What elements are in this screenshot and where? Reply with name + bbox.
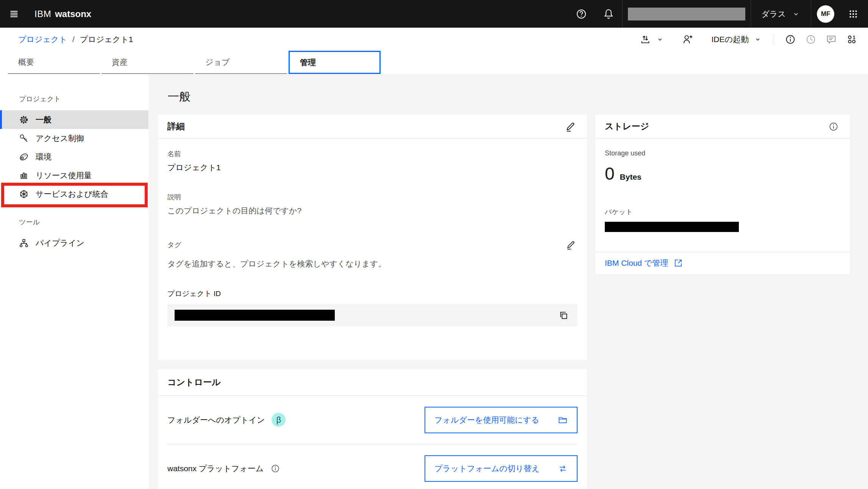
edit-details-button[interactable] <box>563 119 578 134</box>
project-toolbar: IDEの起動 <box>635 30 862 49</box>
edit-tags-button[interactable] <box>564 238 578 252</box>
avatar[interactable]: MF <box>817 5 834 23</box>
hamburger-icon <box>8 8 20 20</box>
info-icon <box>785 34 796 45</box>
key-icon <box>19 133 29 143</box>
add-collaborator-button[interactable] <box>678 30 698 49</box>
app-window: IBM watsonx ダラス <box>0 0 868 489</box>
info-icon <box>270 464 280 473</box>
help-button[interactable] <box>568 0 595 28</box>
asset-count-button[interactable]: 1 <box>841 30 862 49</box>
tab-label: 概要 <box>18 57 34 67</box>
switch-platform-button[interactable]: プラットフォームの切り替え <box>425 455 578 482</box>
storage-used-unit: Bytes <box>620 172 642 182</box>
brand-ibm: IBM <box>34 9 51 19</box>
notifications-button[interactable] <box>595 0 622 28</box>
avatar-initials: MF <box>821 10 831 18</box>
external-link-icon <box>673 258 683 268</box>
manage-link-label: IBM Cloud で管理 <box>605 258 668 268</box>
user-add-icon <box>682 34 693 45</box>
folders-opt-in-row: フォルダーへのオプトイン β フォルダーを使用可能にする <box>158 396 587 444</box>
tab-label: 資産 <box>112 57 128 67</box>
storage-info-button[interactable] <box>827 120 840 133</box>
description-label: 説明 <box>167 193 578 202</box>
enable-folders-button[interactable]: フォルダーを使用可能にする <box>425 407 578 433</box>
brand-logo: IBM watsonx <box>34 9 91 19</box>
sidebar-item-resource-usage[interactable]: リソース使用量 <box>0 166 148 185</box>
pencil-edit-icon <box>565 121 576 132</box>
sidebar-item-general[interactable]: 一般 <box>0 110 148 129</box>
environment-icon <box>19 152 29 162</box>
sidebar-item-label: サービスおよび統合 <box>36 189 108 199</box>
folder-icon <box>558 415 568 425</box>
info-icon <box>828 121 839 132</box>
services-wheel-icon <box>19 189 29 199</box>
breadcrumb-separator: / <box>72 35 75 44</box>
recent-activity-button[interactable] <box>801 30 821 49</box>
chevron-down-icon <box>656 36 664 43</box>
account-name-redacted <box>628 8 745 20</box>
tab-manage[interactable]: 管理 <box>289 51 381 74</box>
breadcrumb-projects-link[interactable]: プロジェクト <box>18 34 67 45</box>
info-panel-button[interactable] <box>780 30 801 49</box>
launch-ide-label: IDEの起動 <box>712 34 749 45</box>
upload-download-icon <box>640 34 651 45</box>
comments-button[interactable] <box>821 30 841 49</box>
toolbar-divider <box>773 33 773 46</box>
name-value: プロジェクト1 <box>167 162 578 173</box>
name-label: 名前 <box>167 149 578 158</box>
sidebar-section-tools: ツール <box>0 218 148 226</box>
platform-switch-row: watsonx プラットフォーム プラットフォームの切り替え <box>158 444 587 489</box>
manage-content: 一般 詳細 名前 プロジェクト1 <box>148 74 868 489</box>
circles-count-icon: 1 <box>846 34 857 45</box>
region-label: ダラス <box>762 9 786 19</box>
details-card-title: 詳細 <box>167 121 185 132</box>
storage-used-value: 0 <box>605 163 615 184</box>
project-id-redacted <box>175 310 335 321</box>
tags-label: タグ <box>167 240 181 249</box>
manage-in-ibm-cloud-link[interactable]: IBM Cloud で管理 <box>605 258 683 268</box>
switch-platform-label: プラットフォームの切り替え <box>434 463 540 474</box>
app-switcher-grid-icon <box>848 8 859 20</box>
help-icon <box>575 8 587 20</box>
region-selector[interactable]: ダラス <box>751 0 811 28</box>
beta-badge: β <box>272 413 286 427</box>
app-switcher-button[interactable] <box>840 0 866 28</box>
sidebar-section-project: プロジェクト <box>0 95 148 103</box>
tab-assets[interactable]: 資産 <box>101 51 194 74</box>
swap-arrows-icon <box>558 464 568 473</box>
bucket-name-redacted <box>605 222 739 232</box>
sidebar-item-services-integrations[interactable]: サービスおよび統合 <box>0 185 148 203</box>
breadcrumb-current: プロジェクト1 <box>80 34 133 45</box>
sidebar-item-label: リソース使用量 <box>36 170 92 181</box>
bar-chart-icon <box>19 171 29 180</box>
sidebar-item-label: アクセス制御 <box>36 133 84 144</box>
pipeline-icon <box>19 238 29 248</box>
copy-project-id-button[interactable] <box>556 308 571 323</box>
sidebar-item-label: パイプライン <box>36 238 84 248</box>
import-export-button[interactable] <box>635 30 668 49</box>
storage-used-label: Storage used <box>605 149 840 157</box>
tab-overview[interactable]: 概要 <box>8 51 100 74</box>
chevron-down-icon <box>792 10 800 18</box>
launch-ide-button[interactable]: IDEの起動 <box>707 30 767 49</box>
copy-icon <box>558 310 569 321</box>
storage-card-title: ストレージ <box>605 121 649 132</box>
tab-jobs[interactable]: ジョブ <box>195 51 287 74</box>
sidebar-item-environments[interactable]: 環境 <box>0 147 148 166</box>
tags-hint: タグを追加すると、プロジェクトを検索しやすくなります。 <box>167 259 578 269</box>
sidebar-item-pipelines[interactable]: パイプライン <box>0 234 148 252</box>
watsonx-platform-label: watsonx プラットフォーム <box>167 463 264 474</box>
hamburger-menu-button[interactable] <box>0 0 28 28</box>
history-clock-icon <box>805 34 816 45</box>
sidebar-item-access-control[interactable]: アクセス制御 <box>0 129 148 147</box>
project-tabs: 概要 資産 ジョブ 管理 <box>0 51 868 74</box>
bucket-label: バケット <box>605 207 840 216</box>
tab-label: ジョブ <box>205 57 229 67</box>
folders-opt-in-label: フォルダーへのオプトイン <box>167 415 265 425</box>
page-title: 一般 <box>168 89 190 105</box>
manage-sidebar: プロジェクト 一般 アクセス制御 <box>0 74 148 489</box>
storage-card: ストレージ Storage used 0 <box>595 114 850 274</box>
header-divider <box>622 0 623 28</box>
gear-icon <box>19 115 29 125</box>
